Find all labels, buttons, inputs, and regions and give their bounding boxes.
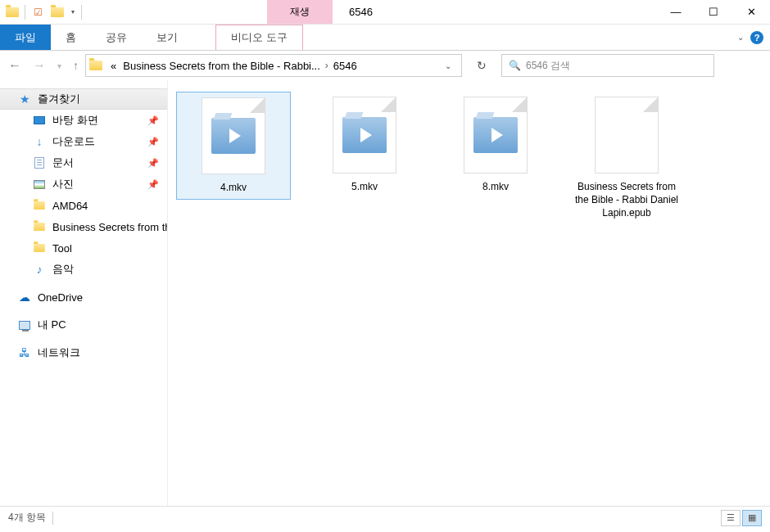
sidebar-amd64[interactable]: AMD64	[0, 195, 167, 216]
sidebar-quickaccess[interactable]: ★ 즐겨찾기	[0, 88, 167, 110]
forward-button[interactable]: →	[33, 58, 46, 73]
qat-customize-dropdown[interactable]: ▾	[68, 8, 78, 16]
back-button[interactable]: ←	[8, 58, 21, 73]
file-name: 8.mkv	[482, 180, 509, 193]
sidebar-pictures[interactable]: 사진 📌	[0, 174, 167, 195]
address-prefix: «	[107, 60, 120, 72]
sidebar-downloads[interactable]: ↓ 다운로드 📌	[0, 131, 167, 152]
folder-icon	[33, 220, 46, 233]
search-input[interactable]: 🔍 6546 검색	[501, 54, 714, 77]
play-icon	[229, 128, 241, 143]
play-icon	[360, 128, 372, 142]
separator	[81, 5, 82, 20]
file-item[interactable]: 8.mkv	[438, 92, 553, 198]
titlebar: ☑ ▾ 재생 6546 — ☐ ✕	[0, 0, 770, 25]
search-icon: 🔍	[509, 60, 521, 71]
file-item[interactable]: 4.mkv	[176, 92, 291, 200]
file-name: 4.mkv	[220, 181, 247, 194]
tab-share[interactable]: 공유	[91, 25, 142, 50]
window-controls: — ☐ ✕	[657, 0, 770, 25]
star-icon: ★	[18, 92, 31, 106]
sidebar-business[interactable]: Business Secrets from the Bible - R	[0, 216, 167, 237]
pictures-icon	[33, 178, 46, 191]
ribbon-collapse-icon[interactable]: ⌄	[737, 33, 744, 42]
up-button[interactable]: ↑	[73, 59, 79, 72]
sidebar-music[interactable]: ♪ 음악	[0, 259, 167, 280]
tab-video-tools[interactable]: 비디오 도구	[215, 25, 303, 50]
breadcrumb-2[interactable]: 6546	[330, 60, 360, 72]
file-item[interactable]: 5.mkv	[307, 92, 422, 198]
pin-icon: 📌	[147, 137, 159, 147]
tab-home[interactable]: 홈	[51, 25, 91, 50]
sidebar-thispc[interactable]: 내 PC	[0, 314, 167, 336]
address-dropdown[interactable]: ⌄	[438, 61, 458, 70]
help-icon[interactable]: ?	[750, 31, 763, 44]
ribbon-tabs: 파일 홈 공유 보기 비디오 도구 ⌄ ?	[0, 25, 770, 51]
main-area: ★ 즐겨찾기 바탕 화면 📌 ↓ 다운로드 📌 문서 📌 사진 📌	[0, 80, 770, 506]
pin-icon: 📌	[147, 179, 159, 190]
navigation-pane: ★ 즐겨찾기 바탕 화면 📌 ↓ 다운로드 📌 문서 📌 사진 📌	[0, 80, 168, 506]
breadcrumb-1[interactable]: Business Secrets from the Bible - Rabbi.…	[120, 60, 324, 72]
document-thumbnail	[595, 97, 659, 174]
refresh-button[interactable]: ↻	[469, 54, 495, 77]
music-icon: ♪	[33, 263, 46, 276]
close-button[interactable]: ✕	[732, 0, 770, 25]
address-bar[interactable]: « Business Secrets from the Bible - Rabb…	[85, 54, 462, 77]
sidebar-label: 네트워크	[38, 345, 80, 360]
play-icon	[491, 128, 503, 142]
qat-folder-icon[interactable]	[3, 3, 21, 21]
sidebar-label: Tool	[52, 242, 72, 255]
desktop-icon	[33, 114, 46, 127]
minimize-button[interactable]: —	[657, 0, 695, 25]
navigation-bar: ← → ▾ ↑ « Business Secrets from the Bibl…	[0, 51, 770, 80]
contextual-tab-label: 재생	[267, 0, 333, 24]
qat-newfolder-icon[interactable]	[48, 3, 66, 21]
search-placeholder: 6546 검색	[526, 59, 570, 73]
sidebar-label: 문서	[52, 156, 74, 170]
video-thumbnail	[464, 97, 528, 174]
pc-icon	[18, 318, 31, 331]
tab-file[interactable]: 파일	[0, 25, 51, 50]
sidebar-label: 즐겨찾기	[38, 92, 80, 106]
item-count: 4개 항목	[8, 511, 46, 525]
icons-view-button[interactable]: ▦	[742, 510, 762, 526]
sidebar-label: 음악	[52, 262, 74, 277]
folder-icon	[89, 61, 102, 70]
folder-icon	[33, 241, 46, 255]
separator	[25, 5, 25, 20]
folder-icon	[33, 199, 46, 212]
file-item[interactable]: Business Secrets from the Bible - Rabbi …	[569, 92, 684, 225]
sidebar-desktop[interactable]: 바탕 화면 📌	[0, 110, 167, 131]
document-icon	[33, 156, 46, 169]
cloud-icon: ☁	[18, 291, 31, 304]
pin-icon: 📌	[147, 115, 159, 126]
network-icon: 🖧	[18, 346, 31, 359]
maximize-button[interactable]: ☐	[695, 0, 732, 25]
qat-properties-icon[interactable]: ☑	[29, 3, 47, 21]
sidebar-label: 바탕 화면	[52, 113, 98, 128]
sidebar-label: 사진	[52, 177, 74, 192]
video-thumbnail	[333, 97, 396, 174]
details-view-button[interactable]: ☰	[721, 510, 741, 526]
tab-view[interactable]: 보기	[142, 25, 192, 50]
chevron-right-icon[interactable]: ›	[324, 60, 330, 71]
sidebar-label: Business Secrets from the Bible - R	[52, 221, 167, 233]
sidebar-label: 다운로드	[52, 134, 95, 149]
video-thumbnail	[202, 97, 265, 174]
view-toggle: ☰ ▦	[721, 510, 762, 526]
quick-access-toolbar: ☑ ▾	[0, 3, 87, 21]
pin-icon: 📌	[147, 158, 159, 169]
sidebar-onedrive[interactable]: ☁ OneDrive	[0, 286, 167, 308]
sidebar-label: OneDrive	[38, 291, 83, 304]
file-name: 5.mkv	[351, 180, 378, 193]
sidebar-label: 내 PC	[38, 318, 66, 332]
sidebar-documents[interactable]: 문서 📌	[0, 152, 167, 174]
recent-dropdown[interactable]: ▾	[57, 61, 61, 70]
sidebar-network[interactable]: 🖧 네트워크	[0, 342, 167, 363]
file-name: Business Secrets from the Bible - Rabbi …	[574, 180, 679, 220]
sidebar-tool[interactable]: Tool	[0, 237, 167, 259]
window-title: 6546	[333, 6, 373, 18]
status-bar: 4개 항목 ☰ ▦	[0, 506, 770, 529]
file-list[interactable]: 4.mkv 5.mkv 8.mkv Business Secrets from …	[168, 80, 770, 506]
separator	[52, 512, 53, 525]
